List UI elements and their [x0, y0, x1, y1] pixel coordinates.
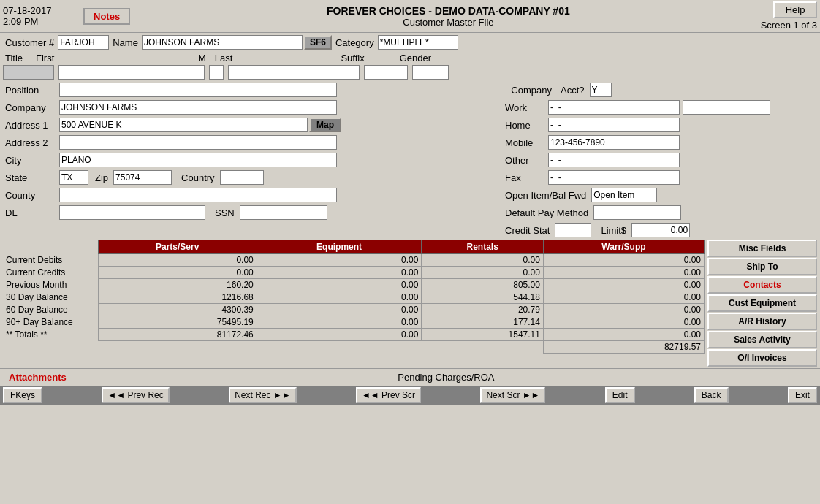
parts-cell: 0.00	[98, 254, 257, 267]
side-btn-a/r-history[interactable]: A/R History	[707, 313, 817, 330]
address1-field[interactable]	[59, 118, 308, 132]
mobile-field[interactable]	[548, 135, 680, 150]
row-label: Current Credits	[3, 267, 98, 279]
gender-label: Gender	[398, 53, 433, 64]
other-field[interactable]	[548, 153, 680, 167]
attachments-button[interactable]: Attachments	[3, 370, 72, 384]
zip-label: Zip	[93, 172, 110, 183]
table-row: Current Debits 0.00 0.00 0.00 0.00	[3, 254, 705, 267]
row-label: ** Totals **	[3, 329, 98, 341]
other-label: Other	[503, 155, 547, 166]
state-field[interactable]	[59, 170, 88, 185]
address1-label: Address 1	[3, 120, 58, 131]
limit-field[interactable]	[631, 223, 690, 237]
zip-field[interactable]	[113, 170, 172, 185]
position-field[interactable]	[59, 83, 337, 97]
prev-scr-button[interactable]: ◄◄ Prev Scr	[356, 387, 421, 403]
header: 07-18-2017 2:09 PM Notes FOREVER CHOICES…	[0, 0, 820, 33]
next-scr-button[interactable]: Next Scr ►►	[480, 387, 545, 403]
ssn-label: SSN	[213, 207, 237, 218]
back-button[interactable]: Back	[694, 387, 729, 403]
bottom-section: Attachments Pending Charges/ROA FKeys ◄◄…	[0, 368, 820, 405]
suffix-field[interactable]	[364, 65, 408, 80]
parts-cell: 4300.39	[98, 304, 257, 316]
map-button[interactable]: Map	[309, 118, 341, 132]
main-table: Parts/Serv Equipment Rentals Warr/Supp C…	[3, 240, 705, 367]
credit-stat-field[interactable]	[555, 223, 591, 237]
fkeys-button[interactable]: FKeys	[3, 387, 42, 403]
next-rec-button[interactable]: Next Rec ►►	[229, 387, 296, 403]
prev-rec-button[interactable]: ◄◄ Prev Rec	[102, 387, 169, 403]
bottom-nav-bar: FKeys ◄◄ Prev Rec Next Rec ►► ◄◄ Prev Sc…	[0, 386, 820, 405]
parts-cell: 75495.19	[98, 316, 257, 329]
side-buttons: Misc FieldsShip ToContactsCust Equipment…	[707, 240, 817, 367]
address2-field[interactable]	[59, 135, 337, 150]
customer-name-field[interactable]	[142, 35, 303, 50]
financial-table: Parts/Serv Equipment Rentals Warr/Supp C…	[3, 240, 705, 354]
open-item-field[interactable]	[591, 188, 657, 202]
country-label: Country	[179, 172, 217, 183]
company-field[interactable]	[59, 100, 337, 115]
county-field[interactable]	[59, 188, 337, 202]
last-field[interactable]	[228, 65, 360, 80]
side-btn-o/i-invoices[interactable]: O/I Invoices	[707, 349, 817, 367]
warr-cell: 0.00	[543, 291, 704, 304]
gender-field[interactable]	[412, 65, 449, 80]
parts-cell: 0.00	[98, 267, 257, 279]
customer-row: Customer # Name SF6 Category	[0, 34, 820, 51]
side-btn-cust-equipment[interactable]: Cust Equipment	[707, 294, 817, 312]
title-name-inputs	[0, 65, 820, 80]
table-row: ** Totals ** 81172.46 0.00 1547.11 0.00	[3, 329, 705, 341]
fax-field[interactable]	[548, 170, 680, 185]
parts-cell: 81172.46	[98, 329, 257, 341]
work-ext-field[interactable]	[683, 100, 770, 115]
side-btn-sales-activity[interactable]: Sales Activity	[707, 331, 817, 348]
pending-button[interactable]: Pending Charges/ROA	[392, 370, 500, 384]
grand-total: 82719.57	[543, 341, 704, 354]
table-row: 30 Day Balance 1216.68 0.00 544.18 0.00	[3, 291, 705, 304]
work-field[interactable]	[548, 100, 680, 115]
sf6-button[interactable]: SF6	[304, 35, 332, 50]
equip-cell: 0.00	[257, 329, 422, 341]
edit-button[interactable]: Edit	[605, 387, 635, 403]
city-row: City	[3, 153, 500, 167]
row-label: 60 Day Balance	[3, 304, 98, 316]
table-row: Current Credits 0.00 0.00 0.00 0.00	[3, 267, 705, 279]
work-label: Work	[503, 102, 547, 113]
table-row: 90+ Day Balance 75495.19 0.00 177.14 0.0…	[3, 316, 705, 329]
title-name-row: Title First M Last Suffix Gender	[0, 53, 820, 64]
last-label: Last	[213, 53, 235, 64]
col-equip: Equipment	[257, 240, 422, 254]
county-label: County	[3, 190, 58, 201]
dl-field[interactable]	[59, 205, 205, 220]
row-label: 30 Day Balance	[3, 291, 98, 304]
mobile-label: Mobile	[503, 137, 547, 148]
country-field[interactable]	[220, 170, 264, 185]
home-field[interactable]	[548, 118, 680, 132]
table-row: 60 Day Balance 4300.39 0.00 20.79 0.00	[3, 304, 705, 316]
category-field[interactable]	[378, 35, 458, 50]
first-field[interactable]	[58, 65, 205, 80]
exit-button[interactable]: Exit	[788, 387, 817, 403]
m-field[interactable]	[209, 65, 224, 80]
default-pay-field[interactable]	[593, 205, 681, 220]
customer-id-field[interactable]	[58, 35, 109, 50]
acct-field[interactable]	[590, 83, 612, 97]
side-btn-contacts[interactable]: Contacts	[707, 276, 817, 294]
warr-cell: 0.00	[543, 279, 704, 291]
side-btn-ship-to[interactable]: Ship To	[707, 258, 817, 275]
city-field[interactable]	[59, 153, 337, 167]
help-button[interactable]: Help	[773, 1, 817, 18]
col-parts: Parts/Serv	[98, 240, 257, 254]
notes-button[interactable]: Notes	[83, 8, 130, 25]
work-row: Work	[503, 100, 817, 115]
ssn-field[interactable]	[240, 205, 327, 220]
open-item-label: Open Item/Bal Fwd	[503, 190, 588, 201]
address2-row: Address 2	[3, 135, 500, 150]
title-field[interactable]	[3, 65, 54, 80]
parts-cell: 1216.68	[98, 291, 257, 304]
side-btn-misc-fields[interactable]: Misc Fields	[707, 240, 817, 257]
default-pay-row: Default Pay Method	[503, 205, 817, 220]
main-form-area: Position Company Address 1 Map Address 2	[0, 80, 820, 240]
warr-cell: 0.00	[543, 316, 704, 329]
